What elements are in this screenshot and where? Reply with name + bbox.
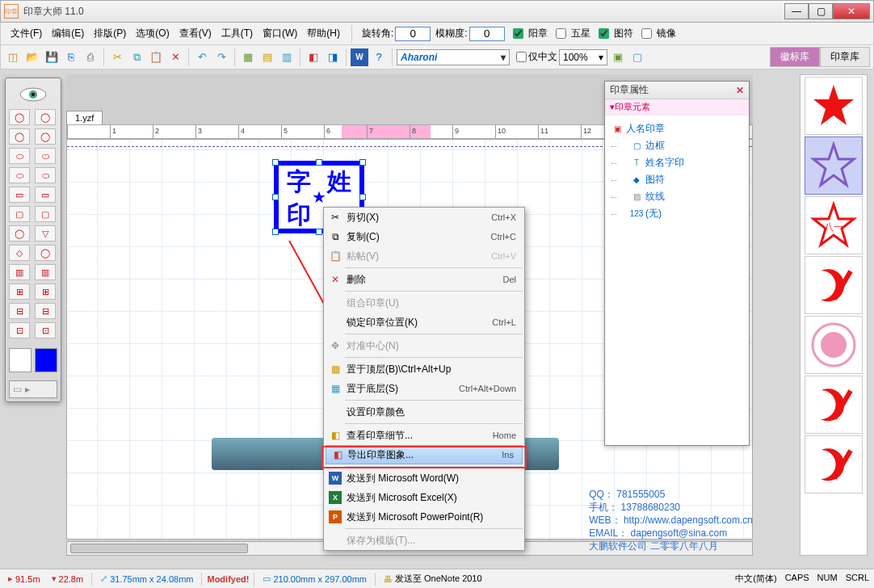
palette-tool[interactable]: ◇ <box>9 245 30 261</box>
emblem-item[interactable] <box>805 136 863 195</box>
palette-tool[interactable]: ⬭ <box>9 148 30 164</box>
tool-a-icon[interactable]: ▦ <box>239 48 257 66</box>
print-icon[interactable]: ⎙ <box>82 48 99 66</box>
emblem-item[interactable]: 八一 <box>805 196 863 254</box>
tool-e-icon[interactable]: ◨ <box>324 48 342 66</box>
tab-stamp[interactable]: 印章库 <box>820 47 870 67</box>
ctx-item[interactable]: ◧导出印章图象...Ins <box>326 445 523 464</box>
save-icon[interactable]: 💾 <box>43 48 61 66</box>
palette-tool[interactable]: ▢ <box>9 206 30 222</box>
ctx-item[interactable]: P发送到 Microsoft PowerPoint(R) <box>324 507 524 527</box>
palette-tool[interactable]: ▥ <box>35 264 56 280</box>
cut-icon[interactable]: ✂ <box>108 48 126 66</box>
ctx-item[interactable]: ⧉复制(C)Ctrl+C <box>324 227 524 246</box>
palette-tool[interactable]: ⊡ <box>9 322 30 338</box>
check-tufu[interactable] <box>599 28 609 39</box>
palette-tool[interactable]: ⬭ <box>9 167 30 183</box>
close-button[interactable]: ✕ <box>833 3 870 19</box>
palette-tool[interactable]: ⊡ <box>35 322 56 338</box>
menu-item[interactable]: 窗口(W) <box>258 25 302 42</box>
check-wuxing[interactable] <box>556 28 566 39</box>
palette-tool[interactable]: ⊟ <box>35 303 56 319</box>
ctx-item[interactable]: ✕删除Del <box>324 270 524 289</box>
palette-tool[interactable]: ⊞ <box>9 284 30 300</box>
ctx-item: 📋粘帖(V)Ctrl+V <box>324 246 524 266</box>
undo-icon[interactable]: ↶ <box>193 48 211 66</box>
swatch-white[interactable] <box>9 348 32 372</box>
tree-node[interactable]: T姓名字印 <box>608 154 746 171</box>
tree-node[interactable]: ◆图符 <box>608 171 746 188</box>
ctx-item[interactable]: 设置印章颜色 <box>324 402 524 422</box>
zoom-b-icon[interactable]: ▢ <box>628 48 646 66</box>
tree-node[interactable]: ▣人名印章 <box>608 120 746 137</box>
palette-tool[interactable]: ⬭ <box>35 148 56 164</box>
palette-tool[interactable]: ⊟ <box>9 303 30 319</box>
minimize-button[interactable]: — <box>784 3 809 19</box>
help-icon[interactable]: ? <box>370 48 388 66</box>
tree-node[interactable]: ▢边框 <box>608 137 746 154</box>
palette-tool[interactable]: ▢ <box>35 206 56 222</box>
document-tab[interactable]: 1.yzf <box>66 111 103 125</box>
tree-node[interactable]: 123(无) <box>608 205 746 222</box>
palette-tool[interactable]: ◯ <box>35 245 56 261</box>
tab-emblem[interactable]: 徽标库 <box>770 47 820 67</box>
emblem-item[interactable] <box>805 435 863 494</box>
paste-icon[interactable]: 📋 <box>147 48 165 66</box>
emblem-item[interactable] <box>805 256 863 314</box>
check-mirror[interactable] <box>641 28 652 39</box>
props-section[interactable]: ▾印章元素 <box>605 99 749 116</box>
palette-tool[interactable]: ⬭ <box>35 167 56 183</box>
palette-tool[interactable]: ◯ <box>35 109 56 125</box>
zoom-select[interactable]: 100%▾ <box>559 49 607 65</box>
emblem-item[interactable] <box>805 316 863 374</box>
menu-item[interactable]: 工具(T) <box>216 25 258 42</box>
rotate-input[interactable] <box>395 27 431 41</box>
palette-tool[interactable]: ⊞ <box>35 284 56 300</box>
maximize-button[interactable]: ▢ <box>809 3 833 19</box>
props-close-icon[interactable]: ✕ <box>736 85 744 96</box>
palette-tool[interactable]: ◯ <box>9 225 30 242</box>
menu-item[interactable]: 文件(F) <box>6 25 47 42</box>
font-select[interactable]: Aharoni▾ <box>397 49 510 65</box>
delete-icon[interactable]: ✕ <box>166 48 184 66</box>
blur-input[interactable] <box>469 27 505 41</box>
emblem-library[interactable]: 八一 <box>800 74 868 556</box>
open-icon[interactable]: 📂 <box>23 48 41 66</box>
menu-item[interactable]: 排版(P) <box>89 25 131 42</box>
palette-footer[interactable]: ▭▸ <box>9 380 57 398</box>
word-icon[interactable]: W <box>351 48 368 66</box>
ctx-item[interactable]: 锁定印章位置(K)Ctrl+L <box>324 313 524 332</box>
check-chinese-only[interactable] <box>516 52 527 62</box>
palette-tool[interactable]: ◯ <box>9 109 30 125</box>
emblem-item[interactable] <box>805 376 863 434</box>
swatch-blue[interactable] <box>35 348 57 372</box>
palette-tool[interactable]: ▭ <box>9 187 30 203</box>
ctx-item: 保存为模版(T)... <box>324 531 524 550</box>
tool-b-icon[interactable]: ▤ <box>258 48 276 66</box>
palette-tool[interactable]: ▽ <box>35 225 56 242</box>
check-yang[interactable] <box>513 28 523 39</box>
palette-tool[interactable]: ◯ <box>9 128 30 145</box>
menu-item[interactable]: 帮助(H) <box>302 25 345 42</box>
copy-icon[interactable]: ⧉ <box>128 48 145 66</box>
ctx-item[interactable]: X发送到 Microsoft Excel(X) <box>324 488 524 507</box>
tool-c-icon[interactable]: ▥ <box>278 48 296 66</box>
zoom-a-icon[interactable]: ▣ <box>609 48 627 66</box>
ctx-item[interactable]: ▦置于底层(S)Ctrl+Alt+Down <box>324 379 524 398</box>
redo-icon[interactable]: ↷ <box>212 48 230 66</box>
saveas-icon[interactable]: ⎘ <box>62 48 80 66</box>
ctx-item[interactable]: ✂剪切(X)Ctrl+X <box>324 208 524 227</box>
palette-tool[interactable]: ◯ <box>35 128 56 145</box>
tree-node[interactable]: ▨纹线 <box>608 188 746 205</box>
ctx-item[interactable]: ▦置于顶层(B)\Ctrl+Alt+Up <box>324 359 524 379</box>
menu-item[interactable]: 编辑(E) <box>47 25 89 42</box>
emblem-item[interactable] <box>805 77 863 135</box>
ctx-item[interactable]: W发送到 Microsoft Word(W) <box>324 468 524 488</box>
menu-item[interactable]: 查看(V) <box>174 25 216 42</box>
palette-tool[interactable]: ▥ <box>9 264 30 280</box>
new-icon[interactable]: ◫ <box>4 48 22 66</box>
tool-d-icon[interactable]: ◧ <box>305 48 322 66</box>
ctx-item[interactable]: ◧查看印章细节...Home <box>324 426 524 445</box>
menu-item[interactable]: 选项(O) <box>131 25 174 42</box>
palette-tool[interactable]: ▭ <box>35 187 56 203</box>
